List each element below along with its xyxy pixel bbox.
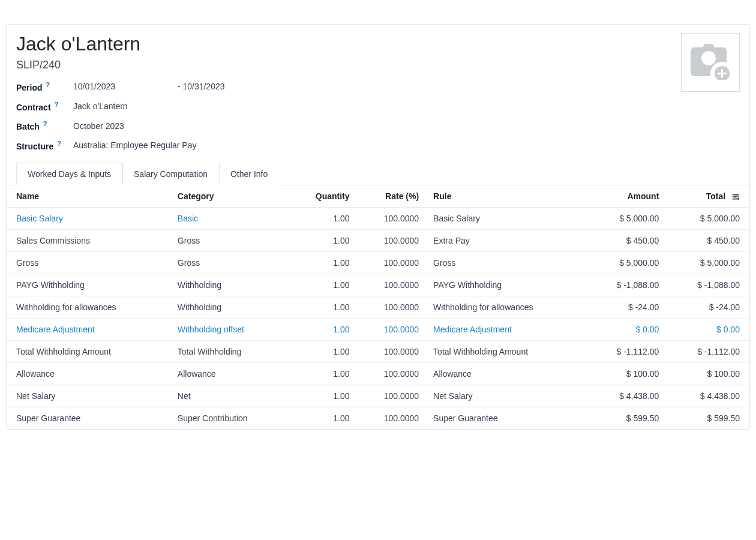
tab-salary-computation[interactable]: Salary Computation [122, 163, 219, 185]
table-row[interactable]: GrossGross1.00100.0000Gross$ 5,000.00$ 5… [7, 251, 749, 274]
table-header-row: Name Category Quantity Rate (%) Rule Amo… [7, 185, 749, 208]
help-icon[interactable]: ? [57, 140, 61, 147]
table-row[interactable]: PAYG WithholdingWithholding1.00100.0000P… [7, 274, 749, 296]
cell-total: $ 0.00 [666, 318, 749, 340]
cell-rule: Allowance [426, 362, 586, 385]
cell-category: Gross [170, 251, 289, 274]
cell-category-link[interactable]: Withholding offset [178, 325, 244, 334]
cell-rate: 100.0000 [357, 362, 427, 385]
cell-total: $ -24.00 [666, 296, 749, 318]
batch-label: Batch [16, 122, 40, 131]
field-batch: Batch ? October 2023 [16, 120, 740, 131]
cell-rate: 100.0000 [357, 407, 427, 429]
field-contract: Contract ? Jack o'Lantern [16, 101, 740, 112]
cell-quantity: 1.00 [289, 362, 356, 385]
col-amount[interactable]: Amount [586, 185, 666, 208]
table-row[interactable]: Net SalaryNet1.00100.0000Net Salary$ 4,4… [7, 385, 749, 407]
cell-name-link[interactable]: Basic Salary [16, 214, 63, 223]
cell-rule-link[interactable]: Medicare Adjustment [433, 325, 512, 334]
field-period: Period ? 10/01/2023 - 10/31/2023 [16, 81, 740, 92]
cell-total: $ 100.00 [666, 362, 749, 385]
cell-category: Withholding [170, 274, 289, 296]
cell-amount: $ 599.50 [586, 407, 666, 429]
cell-category: Total Withholding [170, 340, 289, 362]
cell-amount: $ 4,438.00 [586, 385, 666, 407]
col-name[interactable]: Name [7, 185, 170, 208]
cell-total: $ 4,438.00 [666, 385, 749, 407]
table-row[interactable]: Sales CommissionsGross1.00100.0000Extra … [7, 229, 749, 251]
cell-name-link[interactable]: Medicare Adjustment [16, 325, 95, 334]
field-structure: Structure ? Australia: Employee Regular … [16, 140, 740, 151]
cell-quantity-link[interactable]: 1.00 [333, 325, 349, 334]
period-end[interactable]: - 10/31/2023 [178, 82, 225, 91]
cell-quantity: 1.00 [289, 251, 356, 274]
cell-name: Medicare Adjustment [7, 318, 170, 340]
cell-rule: Super Guarantee [426, 407, 586, 429]
table-row[interactable]: Basic SalaryBasic1.00100.0000Basic Salar… [7, 207, 749, 229]
cell-rate: 100.0000 [357, 274, 427, 296]
cell-amount: $ 0.00 [586, 318, 666, 340]
structure-label: Structure [16, 142, 53, 151]
col-total[interactable]: Total [666, 185, 749, 208]
period-label: Period [16, 83, 43, 92]
cell-total: $ 450.00 [666, 229, 749, 251]
cell-amount: $ -1,088.00 [586, 274, 666, 296]
camera-plus-icon [689, 44, 732, 82]
cell-amount: $ 5,000.00 [586, 251, 666, 274]
col-rate[interactable]: Rate (%) [357, 185, 427, 208]
svg-point-3 [737, 198, 739, 200]
page-title: Jack o'Lantern [16, 33, 740, 55]
cell-name: Withholding for allowances [7, 296, 170, 318]
cell-quantity: 1.00 [289, 318, 356, 340]
cell-quantity: 1.00 [289, 407, 356, 429]
contract-value[interactable]: Jack o'Lantern [73, 101, 128, 111]
payslip-sheet: Jack o'Lantern SLIP/240 Period ? [6, 24, 750, 430]
tab-other-info[interactable]: Other Info [219, 163, 279, 185]
cell-name: Total Withholding Amount [7, 340, 170, 362]
cell-rule: Extra Pay [426, 229, 586, 251]
col-rule[interactable]: Rule [426, 185, 586, 208]
table-row[interactable]: Withholding for allowancesWithholding1.0… [7, 296, 749, 318]
cell-quantity: 1.00 [289, 207, 356, 229]
cell-rule: Net Salary [426, 385, 586, 407]
cell-amount-link[interactable]: $ 0.00 [635, 325, 659, 334]
batch-value[interactable]: October 2023 [73, 121, 124, 131]
cell-category: Net [170, 385, 289, 407]
tab-worked-days[interactable]: Worked Days & Inputs [16, 163, 122, 185]
cell-name: Net Salary [7, 385, 170, 407]
help-icon[interactable]: ? [54, 101, 58, 108]
contract-label: Contract [16, 102, 51, 112]
cell-rule: PAYG Withholding [426, 274, 586, 296]
structure-value[interactable]: Australia: Employee Regular Pay [73, 140, 196, 150]
cell-rate: 100.0000 [357, 251, 427, 274]
col-category[interactable]: Category [170, 185, 289, 208]
cell-name: Allowance [7, 362, 170, 385]
cell-rate-link[interactable]: 100.0000 [384, 325, 419, 334]
help-icon[interactable]: ? [46, 81, 50, 88]
cell-rate: 100.0000 [357, 207, 427, 229]
sliders-icon[interactable] [731, 193, 740, 201]
cell-rule: Withholding for allowances [426, 296, 586, 318]
cell-rule: Total Withholding Amount [426, 340, 586, 362]
col-quantity[interactable]: Quantity [289, 185, 356, 208]
avatar-upload[interactable] [681, 33, 740, 92]
sheet-header: Jack o'Lantern SLIP/240 Period ? [7, 25, 749, 162]
cell-amount: $ -24.00 [586, 296, 666, 318]
cell-name: PAYG Withholding [7, 274, 170, 296]
cell-category: Allowance [170, 362, 289, 385]
cell-category: Basic [170, 207, 289, 229]
cell-total-link[interactable]: $ 0.00 [716, 325, 740, 334]
table-row[interactable]: Medicare AdjustmentWithholding offset1.0… [7, 318, 749, 340]
cell-category-link[interactable]: Basic [178, 214, 198, 223]
table-row[interactable]: Total Withholding AmountTotal Withholdin… [7, 340, 749, 362]
cell-amount: $ 100.00 [586, 362, 666, 385]
period-start[interactable]: 10/01/2023 [73, 82, 175, 91]
table-row[interactable]: Super GuaranteeSuper Contribution1.00100… [7, 407, 749, 429]
cell-quantity: 1.00 [289, 274, 356, 296]
svg-point-2 [734, 196, 736, 198]
cell-name: Super Guarantee [7, 407, 170, 429]
help-icon[interactable]: ? [43, 120, 47, 127]
table-row[interactable]: AllowanceAllowance1.00100.0000Allowance$… [7, 362, 749, 385]
cell-rule: Medicare Adjustment [426, 318, 586, 340]
cell-name: Gross [7, 251, 170, 274]
